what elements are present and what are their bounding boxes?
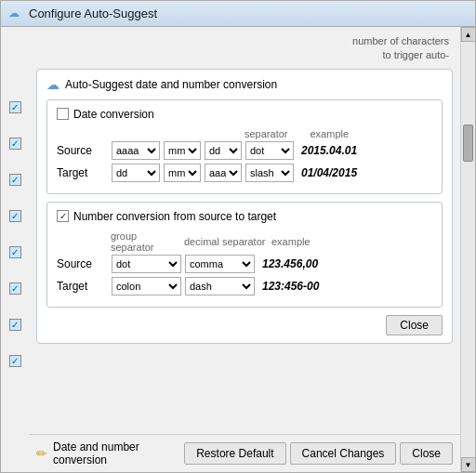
- date-example-header: example: [310, 128, 349, 139]
- date-source-example: 2015.04.01: [301, 144, 357, 157]
- number-source-example: 123.456,00: [262, 257, 318, 270]
- num-example-header: example: [271, 236, 311, 247]
- date-target-row: Target dd aaaa mm: [57, 164, 432, 182]
- date-target-month-wrapper: mm: [164, 164, 201, 182]
- date-source-label: Source: [57, 144, 108, 157]
- left-checkbox-panel: [1, 27, 29, 472]
- number-source-group-wrapper: dot comma colon: [112, 255, 181, 273]
- num-group-header: group separator: [111, 230, 180, 253]
- date-source-day[interactable]: dd: [205, 141, 242, 160]
- number-section-title: Number conversion from source to target: [73, 210, 276, 223]
- date-target-sep-wrapper: slash dot dash: [245, 164, 294, 182]
- number-checkbox[interactable]: [57, 210, 69, 222]
- window-icon: ☁: [8, 7, 23, 21]
- bottom-label: Date and number conversion: [53, 440, 178, 466]
- number-source-group[interactable]: dot comma colon: [112, 255, 181, 273]
- close-row: Close: [46, 315, 443, 335]
- bottom-bar: ✏ Date and number conversion Restore Def…: [29, 434, 460, 472]
- number-target-decimal-wrapper: dash dot comma: [185, 277, 255, 296]
- date-section: Date conversion separator example: [46, 99, 443, 194]
- number-source-decimal-wrapper: comma dot dash: [185, 255, 255, 273]
- restore-default-button[interactable]: Restore Default: [184, 442, 285, 465]
- date-source-day-wrapper: dd: [205, 141, 242, 160]
- date-target-example: 01/04/2015: [301, 166, 357, 179]
- panel-title: ☁ Auto-Suggest date and number conversio…: [46, 77, 443, 92]
- left-checkbox-7[interactable]: [9, 319, 21, 331]
- number-section: Number conversion from source to target …: [46, 202, 443, 308]
- date-source-month-wrapper: mm: [164, 141, 201, 160]
- window-body: number of characters to trigger auto- ☁ …: [1, 27, 475, 472]
- title-bar: ☁ Configure Auto-Suggest: [1, 1, 475, 27]
- left-checkbox-6[interactable]: [9, 282, 21, 295]
- date-target-month[interactable]: mm: [164, 164, 201, 182]
- date-source-row: Source aaaa yyyy mm: [57, 141, 432, 160]
- number-section-header: Number conversion from source to target: [57, 210, 432, 223]
- date-target-day[interactable]: dd aaaa: [112, 164, 160, 182]
- number-source-decimal[interactable]: comma dot dash: [185, 255, 255, 273]
- number-target-label: Target: [57, 280, 108, 293]
- date-checkbox[interactable]: [57, 108, 69, 120]
- main-content: number of characters to trigger auto- ☁ …: [29, 27, 460, 434]
- date-source-year[interactable]: aaaa yyyy: [112, 141, 160, 160]
- left-checkbox-1[interactable]: [9, 101, 21, 113]
- cancel-changes-button[interactable]: Cancel Changes: [290, 442, 397, 465]
- date-section-header: Date conversion: [57, 108, 432, 121]
- date-section-title: Date conversion: [73, 108, 154, 121]
- date-target-sep[interactable]: slash dot dash: [245, 164, 294, 182]
- left-checkbox-3[interactable]: [9, 174, 21, 186]
- date-source-month[interactable]: mm: [164, 141, 201, 160]
- close-button[interactable]: Close: [400, 442, 453, 465]
- number-target-example: 123:456-00: [262, 280, 319, 293]
- scroll-down-button[interactable]: ▼: [461, 457, 476, 472]
- number-target-group-wrapper: colon dot comma: [112, 277, 181, 296]
- auto-suggest-panel: ☁ Auto-Suggest date and number conversio…: [36, 69, 453, 344]
- bottom-buttons: Restore Default Cancel Changes Close: [184, 442, 453, 465]
- date-source-sep[interactable]: dot slash dash: [245, 141, 294, 160]
- scroll-track[interactable]: [461, 42, 475, 457]
- number-target-decimal[interactable]: dash dot comma: [185, 277, 255, 296]
- hint-text: number of characters to trigger auto-: [36, 33, 453, 65]
- date-source-year-wrapper: aaaa yyyy: [112, 141, 160, 160]
- configure-window: ☁ Configure Auto-Suggest number of chara…: [0, 0, 476, 473]
- date-target-day-wrapper: dd aaaa: [112, 164, 160, 182]
- date-target-year[interactable]: aaaa dd: [205, 164, 242, 182]
- date-source-sep-wrapper: dot slash dash: [245, 141, 294, 160]
- scrollbar[interactable]: ▲ ▼: [460, 27, 475, 472]
- left-checkbox-4[interactable]: [9, 210, 21, 222]
- pencil-icon: ✏: [36, 446, 47, 461]
- panel-icon: ☁: [46, 77, 60, 92]
- date-target-year-wrapper: aaaa dd: [205, 164, 242, 182]
- num-decimal-header: decimal separator: [184, 236, 268, 247]
- left-checkbox-8[interactable]: [9, 355, 21, 367]
- left-checkbox-2[interactable]: [9, 138, 21, 150]
- number-source-row: Source dot comma colon comma: [57, 255, 432, 273]
- number-target-group[interactable]: colon dot comma: [112, 277, 181, 296]
- left-checkbox-5[interactable]: [9, 246, 21, 258]
- window-title: Configure Auto-Suggest: [29, 7, 157, 20]
- inner-content: number of characters to trigger auto- ☁ …: [29, 27, 460, 472]
- number-source-label: Source: [57, 257, 108, 270]
- number-target-row: Target colon dot comma dash: [57, 277, 432, 296]
- panel-title-text: Auto-Suggest date and number conversion: [65, 78, 277, 91]
- scroll-up-button[interactable]: ▲: [461, 27, 476, 42]
- date-sep-header: separator: [245, 128, 287, 139]
- panel-close-button[interactable]: Close: [386, 315, 443, 335]
- date-target-label: Target: [57, 166, 108, 179]
- scroll-thumb[interactable]: [463, 125, 473, 162]
